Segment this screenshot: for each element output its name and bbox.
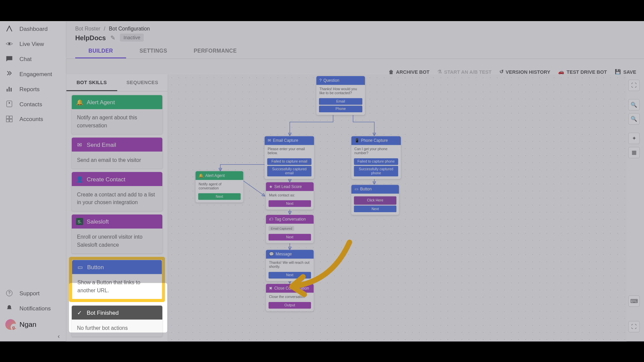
- collapse-sidebar-button[interactable]: ‹: [58, 333, 60, 340]
- node-set-lead-score[interactable]: ★Set Lead Score Mark contact as: Next: [266, 182, 314, 209]
- skill-salesloft[interactable]: S.Salesloft Enroll or unenroll visitor i…: [72, 215, 162, 253]
- sidebar-item-engagement[interactable]: Engagement: [0, 66, 66, 81]
- zoom-out-button[interactable]: 🔍: [628, 113, 640, 125]
- tab-builder[interactable]: BUILDER: [75, 44, 126, 58]
- eye-icon: [5, 40, 13, 48]
- tab-settings[interactable]: SETTINGS: [126, 44, 180, 58]
- question-icon: ?: [319, 78, 322, 82]
- reports-icon: [5, 85, 13, 93]
- sidebar-item-dashboard[interactable]: Dashboard: [0, 21, 66, 36]
- skill-button[interactable]: ▭Button Show a Button that links to anot…: [72, 260, 162, 299]
- skill-alert-agent[interactable]: 🔔Alert Agent Notify an agent about this …: [72, 95, 162, 134]
- main-content: Bot Roster / Bot Configuration HelpDocs …: [66, 21, 644, 341]
- node-tag-conversation[interactable]: 🏷Tag Conversation Email Captured Next: [266, 215, 314, 243]
- sidebar-item-contacts[interactable]: Contacts: [0, 97, 66, 112]
- tab-bot-skills[interactable]: BOT SKILLS: [66, 74, 117, 91]
- history-icon: ↺: [499, 69, 503, 75]
- svg-rect-6: [6, 116, 9, 119]
- sidebar-user[interactable]: g. Ngan: [0, 316, 66, 334]
- sidebar-item-label: Accounts: [19, 116, 43, 122]
- bell-icon: 🔔: [76, 99, 83, 106]
- canvas-controls-bottom: ⌨ ⛶: [628, 295, 642, 333]
- sidebar-item-support[interactable]: ? Support: [0, 286, 66, 301]
- tag-icon: 🏷: [269, 217, 273, 222]
- version-history-button[interactable]: ↺ VERSION HISTORY: [499, 69, 550, 75]
- save-icon: 💾: [615, 69, 621, 75]
- close-icon: ✖: [269, 286, 273, 290]
- svg-rect-8: [6, 119, 9, 122]
- svg-rect-1: [7, 89, 8, 92]
- sidebar-item-label: Engagement: [19, 70, 52, 77]
- save-button[interactable]: 💾 SAVE: [615, 69, 636, 75]
- chat-icon: [5, 55, 13, 63]
- node-phone-capture[interactable]: 📱Phone Capture Can I get your phone numb…: [351, 136, 401, 179]
- flow-canvas[interactable]: ?Question Thanks! How would you like to …: [168, 74, 626, 342]
- avatar-badge: g.: [11, 324, 18, 331]
- sidebar-item-label: Reports: [19, 85, 40, 92]
- engagement-icon: [5, 70, 13, 78]
- sidebar-item-notifications[interactable]: Notifications: [0, 301, 66, 316]
- sidebar-item-accounts[interactable]: Accounts: [0, 111, 66, 126]
- node-button[interactable]: ▭Button Click Here Next: [351, 185, 399, 215]
- status-badge: Inactive: [120, 34, 144, 42]
- node-message[interactable]: 💬Message Thanks! We will reach out short…: [266, 250, 314, 281]
- accounts-icon: [5, 115, 13, 123]
- sidebar-item-chat[interactable]: Chat: [0, 51, 66, 66]
- user-name: Ngan: [19, 320, 36, 328]
- sidebar-item-reports[interactable]: Reports: [0, 81, 66, 97]
- skill-create-contact[interactable]: 👤Create Contact Create a contact and add…: [72, 172, 162, 211]
- canvas-controls: ⛶ 🔍 🔍 ✦ ▦: [628, 79, 642, 158]
- testdrive-button[interactable]: 🚗 TEST DRIVE BOT: [558, 69, 607, 75]
- node-alert-agent[interactable]: 🔔Alert Agent Notify agent of conversatio…: [196, 171, 243, 202]
- keyboard-button[interactable]: ⌨: [628, 295, 640, 307]
- abtest-icon: ⚗: [437, 69, 442, 75]
- expand-button[interactable]: ⛶: [628, 321, 640, 333]
- sidebar-item-label: Live View: [19, 41, 44, 47]
- person-add-icon: 👤: [76, 176, 83, 183]
- archive-icon: 🗑: [389, 69, 394, 74]
- archive-bot-button[interactable]: 🗑 ARCHIVE BOT: [389, 69, 429, 74]
- skill-bot-finished[interactable]: ✓Bot Finished No further bot actions: [72, 305, 162, 336]
- mail-icon: ✉: [268, 138, 271, 143]
- svg-rect-4: [7, 101, 12, 107]
- edit-icon[interactable]: ✎: [110, 34, 116, 41]
- sidebar-item-label: Contacts: [19, 101, 42, 107]
- sidebar-item-label: Chat: [19, 56, 32, 62]
- node-question[interactable]: ?Question Thanks! How would you like to …: [316, 76, 365, 115]
- svg-rect-7: [10, 116, 12, 119]
- button-icon: ▭: [355, 187, 359, 191]
- node-email-capture[interactable]: ✉Email Capture Please enter your email b…: [265, 136, 314, 179]
- salesloft-icon: S.: [76, 218, 83, 225]
- fullscreen-button[interactable]: ⛶: [628, 79, 640, 91]
- abtest-button[interactable]: ⚗ START AN A/B TEST: [437, 69, 491, 75]
- node-close-conversation[interactable]: ✖Close Conversation Close the conversati…: [266, 284, 314, 311]
- action-bar: 🗑 ARCHIVE BOT ⚗ START AN A/B TEST ↺ VERS…: [389, 69, 636, 75]
- fit-button[interactable]: ✦: [628, 133, 640, 144]
- button-icon: ▭: [76, 263, 84, 270]
- page-tabs: BUILDER SETTINGS PERFORMANCE: [66, 44, 644, 59]
- logo-icon: [5, 25, 13, 33]
- car-icon: 🚗: [558, 69, 564, 75]
- sidebar-item-liveview[interactable]: Live View: [0, 36, 66, 51]
- svg-text:?: ?: [8, 291, 10, 295]
- bell-icon: [5, 304, 13, 312]
- avatar: g.: [5, 319, 16, 330]
- zoom-in-button[interactable]: 🔍: [628, 99, 640, 110]
- chat-icon: 💬: [269, 252, 274, 256]
- contacts-icon: [5, 100, 13, 108]
- check-icon: ✓: [76, 309, 83, 316]
- highlighted-skill: ▭Button Show a Button that links to anot…: [69, 257, 165, 302]
- skills-panel: BOT SKILLS SEQUENCES 🔔Alert Agent Notify…: [66, 74, 168, 342]
- sidebar-item-label: Notifications: [19, 305, 51, 311]
- breadcrumb-root[interactable]: Bot Roster: [75, 26, 100, 32]
- tab-sequences[interactable]: SEQUENCES: [117, 74, 168, 91]
- tab-performance[interactable]: PERFORMANCE: [180, 44, 250, 58]
- bot-title: HelpDocs: [75, 34, 106, 41]
- breadcrumb: Bot Roster / Bot Configuration: [66, 21, 644, 34]
- skill-send-email[interactable]: ✉Send Email Send an email to the visitor: [72, 137, 162, 168]
- star-icon: ★: [269, 184, 273, 189]
- svg-rect-9: [10, 119, 12, 122]
- svg-point-5: [9, 102, 10, 104]
- snap-button[interactable]: ▦: [628, 147, 640, 158]
- breadcrumb-current: Bot Configuration: [109, 26, 150, 32]
